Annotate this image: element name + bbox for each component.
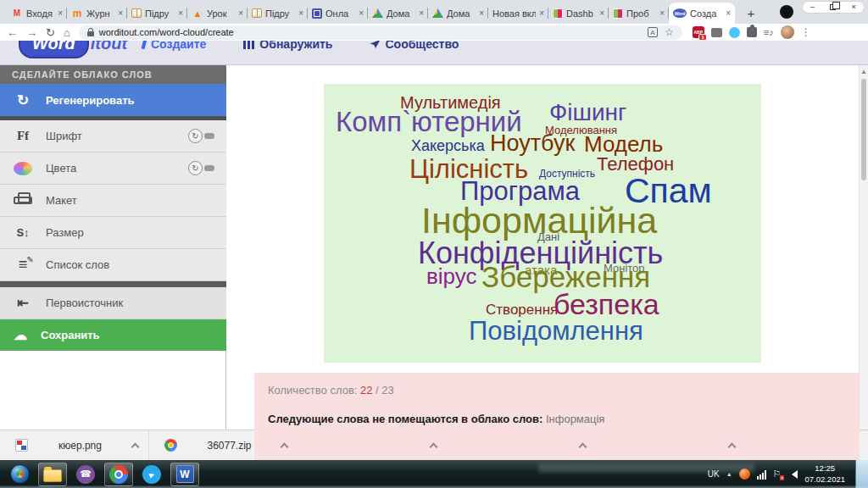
restore-button[interactable] [830, 4, 836, 10]
tab-close-icon[interactable]: × [479, 8, 484, 18]
tab-close-icon[interactable]: × [58, 8, 63, 18]
sidebar-item-size[interactable]: Размер [0, 217, 226, 249]
overflow-line: Следующие слова не помещаются в облако с… [268, 413, 846, 425]
save-label: Сохранить [41, 329, 100, 341]
close-window-button[interactable]: × [852, 3, 856, 11]
reload-button[interactable]: ↻ [46, 27, 55, 38]
page-scrollbar[interactable]: ▲ [859, 65, 868, 430]
sidebar-title: СДЕЛАЙТЕ ОБЛАКО СЛОВ [0, 65, 226, 84]
taskbar-app-word[interactable]: W [170, 463, 199, 486]
browser-tab[interactable]: Онла× [308, 3, 368, 24]
browser-tab[interactable]: Підру× [127, 3, 187, 24]
chrome-menu-icon[interactable]: ⋮ [801, 26, 811, 38]
taskbar-app-start[interactable] [5, 463, 34, 486]
taskbar-app-telegram[interactable] [137, 463, 166, 486]
cloud-word: Створення [486, 302, 558, 317]
home-button[interactable]: ⌂ [64, 27, 70, 38]
chevron-up-icon[interactable] [131, 442, 140, 451]
action-center-flag-icon[interactable]: ⚐ [773, 469, 782, 480]
word-count-number: 22 [360, 384, 372, 396]
sidebar-item-label: Шрифт [46, 130, 82, 142]
sidebar-item-wordlist[interactable]: Список слов [0, 249, 226, 281]
forward-button[interactable]: → [26, 27, 37, 38]
tab-title: Входя [26, 8, 54, 19]
browser-tab[interactable]: Дома× [368, 3, 428, 24]
taskbar-app-viber[interactable] [71, 463, 100, 486]
browser-tab[interactable]: Dashb× [548, 3, 609, 24]
worditout-logo[interactable]: Word itout [19, 41, 127, 58]
word-cloud-canvas[interactable]: МультимедіяКомп`ютернийФішингМоделювання… [324, 84, 761, 363]
adblock-icon[interactable]: ABP [693, 26, 704, 38]
tab-close-icon[interactable]: × [599, 8, 604, 18]
download-item[interactable]: кюер.png [0, 430, 149, 460]
sidebar-item-colors[interactable]: Цвета↻ [0, 152, 226, 185]
browser-tab[interactable]: Дома× [428, 3, 488, 24]
scrollbar-thumb[interactable] [861, 79, 866, 180]
regenerate-button[interactable]: ↻ Регенерировать [0, 84, 226, 116]
tab-close-icon[interactable]: × [726, 8, 731, 18]
translate-icon[interactable]: A [648, 27, 658, 37]
tab-close-icon[interactable]: × [298, 8, 303, 18]
tab-close-icon[interactable]: × [539, 8, 544, 18]
return-arrow-icon [14, 295, 32, 311]
back-button[interactable]: ← [7, 27, 18, 38]
randomize-toggle[interactable]: ↻ [188, 129, 214, 143]
refresh-icon: ↻ [188, 161, 203, 175]
layout-icon [14, 197, 32, 204]
profile-avatar[interactable] [781, 25, 794, 39]
minimize-button[interactable]: – [810, 3, 815, 11]
tab-title: Журн [86, 8, 114, 19]
tab-close-icon[interactable]: × [118, 8, 123, 18]
tab-close-icon[interactable]: × [238, 8, 243, 18]
address-bar[interactable]: worditout.com/word-cloud/create A ☆ [79, 25, 682, 40]
taskbar-clock[interactable]: 12:25 07.02.2021 [804, 463, 845, 485]
browser-tab[interactable]: Підру× [248, 3, 308, 24]
black-circle-icon[interactable] [780, 5, 793, 19]
browser-tab-strip: Входя×Журн×Підру×Урок×Підру×Онла×Дома×До… [0, 0, 868, 24]
browser-tab[interactable]: Созда× [669, 3, 735, 24]
sidebar-item-layout[interactable]: Макет [0, 185, 226, 217]
tab-title: Онла [326, 8, 355, 19]
randomize-toggle[interactable]: ↻ [188, 161, 214, 175]
browser-tab[interactable]: Журн× [67, 3, 127, 24]
sidebar-item-label: Список слов [46, 258, 109, 271]
hidden-icons-chevron-icon[interactable]: ▲ [726, 471, 732, 477]
worditout-favicon-icon [673, 8, 687, 18]
blue-extension-icon[interactable] [729, 27, 740, 38]
tab-close-icon[interactable]: × [178, 8, 183, 18]
playlist-icon[interactable]: ≡♪ [764, 27, 774, 37]
show-desktop-button[interactable] [855, 460, 868, 488]
tab-close-icon[interactable]: × [659, 8, 665, 18]
browser-tab[interactable]: Урок× [187, 3, 248, 24]
toggle-pill [204, 133, 214, 139]
taskbar-app-folder[interactable] [38, 463, 67, 486]
wordlist-icon [14, 256, 32, 274]
tab-close-icon[interactable]: × [419, 8, 424, 18]
save-button[interactable]: Сохранить [0, 319, 226, 351]
site-nav: Создайте Обнаружить Сообщество [142, 41, 459, 51]
bluegrid-favicon-icon [312, 8, 322, 19]
nav-discover-link[interactable]: Обнаружить [243, 41, 332, 51]
nav-community-label: Сообщество [385, 41, 459, 51]
browser-tab[interactable]: Новая вкл× [488, 3, 548, 24]
language-indicator[interactable]: UK [708, 469, 720, 479]
extensions-row: ABP ≡♪ ⋮ [693, 25, 811, 39]
network-signal-icon[interactable] [757, 469, 766, 480]
browser-tab[interactable]: Входя× [7, 3, 67, 24]
nav-community-link[interactable]: Сообщество [370, 41, 459, 51]
bookmark-star-icon[interactable]: ☆ [665, 26, 674, 38]
new-tab-button[interactable]: + [742, 3, 760, 22]
taskbar-app-chrome[interactable] [104, 463, 133, 486]
sidebar-item-source[interactable]: Первоисточник [0, 287, 226, 319]
speaker-icon[interactable] [787, 470, 798, 479]
browser-tab[interactable]: Проб× [609, 3, 669, 24]
scroll-up-icon[interactable]: ▲ [860, 68, 868, 75]
tab-title: Урок [207, 8, 235, 19]
lock-icon [87, 31, 94, 36]
puzzle-extensions-icon[interactable] [747, 27, 757, 37]
nav-create-link[interactable]: Создайте [142, 41, 206, 51]
tab-close-icon[interactable]: × [359, 8, 364, 18]
extension-icon[interactable] [711, 28, 722, 37]
avast-tray-icon[interactable] [739, 469, 750, 480]
sidebar-item-font[interactable]: Шрифт↻ [0, 120, 226, 152]
